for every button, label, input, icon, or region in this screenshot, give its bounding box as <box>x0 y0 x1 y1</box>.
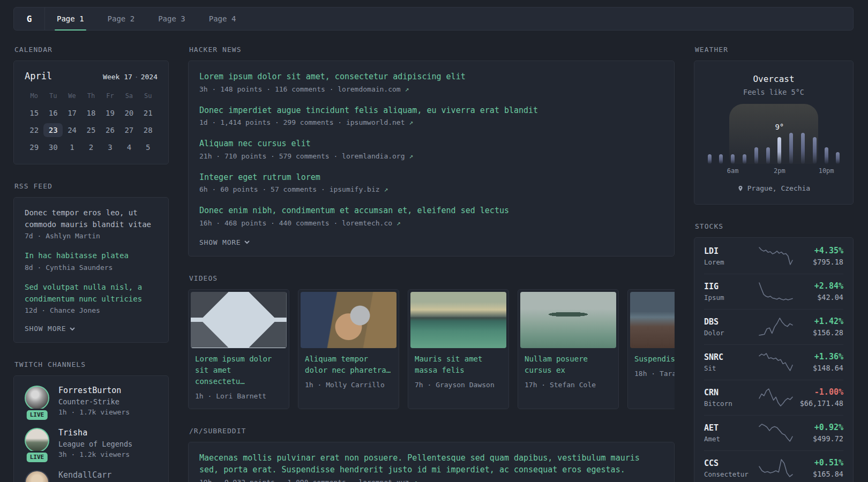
weather-axis-label <box>812 167 817 175</box>
rss-item-meta: 7d · Ashlyn Martin <box>25 232 158 240</box>
app-logo[interactable]: G <box>14 7 45 30</box>
hn-item-domain[interactable]: ipsumworld.net <box>346 118 405 126</box>
weather-bar <box>812 137 817 164</box>
stock-name: Amet <box>704 435 753 443</box>
rss-item-title[interactable]: Donec tempor eros leo, ut commodo mauris… <box>25 207 158 230</box>
weather-card: Overcast Feels like 5°C 9° 6am2pm10pm Pr… <box>694 61 854 205</box>
calendar-day: 19 <box>101 106 119 120</box>
stock-change: +1.36% <box>798 352 843 362</box>
stock-ticker: SNRC <box>704 352 753 362</box>
stock-ticker: LDI <box>704 246 753 256</box>
calendar-day: 18 <box>81 106 100 120</box>
twitch-card: LIVE ForrestBurton Counter-Strike 1h · 1… <box>13 375 169 482</box>
avatar <box>25 386 49 410</box>
twitch-channel-name[interactable]: ForrestBurton <box>58 386 130 395</box>
twitch-channel-viewers: 3h · 1.2k viewers <box>58 450 132 458</box>
weather-bar <box>801 133 805 164</box>
right-column: WEATHER Overcast Feels like 5°C 9° 6am2p… <box>694 46 854 482</box>
hn-item-title[interactable]: Aliquam nec cursus elit <box>199 138 663 150</box>
hn-show-more-button[interactable]: SHOW MORE <box>199 238 663 246</box>
hn-item: Integer eget rutrum lorem 6h · 60 points… <box>199 171 663 194</box>
reddit-post-title[interactable]: Maecenas mollis pulvinar erat non posuer… <box>199 452 663 476</box>
weather-bar: 9° <box>777 137 782 164</box>
video-thumbnail[interactable] <box>520 292 616 348</box>
twitch-channel-name[interactable]: Trisha <box>58 428 132 438</box>
calendar-day: 20 <box>119 106 138 120</box>
calendar-day: 25 <box>81 123 100 137</box>
rss-item: Sed volutpat nulla nisl, a condimentum n… <box>25 282 158 314</box>
rss-item-title[interactable]: In hac habitasse platea <box>25 250 158 262</box>
external-link-icon: ↗ <box>396 219 401 227</box>
video-card[interactable]: Suspendisse diam 18h · Tara <box>627 289 675 409</box>
video-title[interactable]: Nullam posuere cursus ex <box>525 353 612 376</box>
calendar-month: April <box>25 71 52 81</box>
weather-axis-label <box>742 167 746 175</box>
videos-section: VIDEOS Lorem ipsum dolor sit amet consec… <box>188 274 675 409</box>
twitch-channel-category: Counter-Strike <box>58 397 130 406</box>
stock-change: +0.51% <box>798 458 843 468</box>
video-thumbnail[interactable] <box>301 292 396 348</box>
calendar-day: 29 <box>25 140 43 154</box>
stock-name: Consectetur <box>704 470 753 478</box>
hn-item-title[interactable]: Lorem ipsum dolor sit amet, consectetur … <box>199 71 663 83</box>
hn-item-domain[interactable]: ipsumify.biz <box>330 185 380 193</box>
tab-page-4[interactable]: Page 4 <box>197 7 248 30</box>
twitch-section: TWITCH CHANNELS LIVE ForrestBurton Count… <box>13 360 169 482</box>
video-card[interactable]: Aliquam tempor dolor nec pharetra… 1h · … <box>298 289 399 409</box>
stock-price: $66,171.48 <box>798 399 843 408</box>
twitch-channel-row[interactable]: KendallCarr <box>25 470 158 482</box>
calendar-weekday-row: Mo Tu We Th Fr Sa Su <box>25 92 158 100</box>
stocks-section: STOCKS LDI Lorem +4.35% $795.18 IIG <box>694 222 854 482</box>
weather-condition: Overcast <box>705 74 842 84</box>
stock-change: +2.84% <box>798 281 843 291</box>
calendar-day: 5 <box>139 140 158 154</box>
hn-item: Donec enim nibh, condimentum et accumsan… <box>199 205 663 227</box>
video-card[interactable]: Mauris sit amet massa felis 7h · Grayson… <box>408 289 509 409</box>
stock-sparkline <box>758 423 794 442</box>
video-title[interactable]: Lorem ipsum dolor sit amet consectetu… <box>195 353 282 387</box>
reddit-post-meta: 19h · 9,932 points · 1,090 comments · lo… <box>199 478 663 482</box>
calendar-day: 22 <box>25 123 43 137</box>
video-thumbnail[interactable] <box>410 292 506 348</box>
tab-page-3[interactable]: Page 3 <box>146 7 197 30</box>
stocks-card: LDI Lorem +4.35% $795.18 IIG Ipsum <box>694 237 854 482</box>
hn-item-domain[interactable]: loremlandia.org <box>342 152 405 160</box>
video-thumbnail[interactable] <box>630 292 675 348</box>
video-card[interactable]: Lorem ipsum dolor sit amet consectetu… 1… <box>188 289 289 409</box>
stock-sparkline <box>758 317 794 336</box>
reddit-post-domain[interactable]: loremnet.xyz <box>358 478 409 482</box>
rss-show-more-button[interactable]: SHOW MORE <box>25 325 158 333</box>
rss-item-title[interactable]: Sed volutpat nulla nisl, a condimentum n… <box>25 282 158 305</box>
hn-item-title[interactable]: Donec imperdiet augue tincidunt felis al… <box>199 104 663 117</box>
stock-row: CCS Consectetur +0.51% $165.84 <box>704 450 843 482</box>
tab-page-1[interactable]: Page 1 <box>45 7 96 30</box>
weather-chart: 9° <box>707 112 840 164</box>
video-title[interactable]: Mauris sit amet massa felis <box>415 353 502 376</box>
rss-item-meta: 12d · Chance Jones <box>25 306 158 314</box>
hn-item-domain[interactable]: loremtech.co <box>342 219 392 227</box>
hacker-news-heading: HACKER NEWS <box>189 46 675 54</box>
tab-page-2[interactable]: Page 2 <box>96 7 147 30</box>
hn-item-domain[interactable]: loremdomain.com <box>338 85 400 93</box>
video-thumbnail[interactable] <box>191 292 287 348</box>
dashboard-grid: CALENDAR April Week 17·2024 Mo Tu We Th … <box>13 46 854 482</box>
video-title[interactable]: Suspendisse diam <box>634 353 675 365</box>
twitch-heading: TWITCH CHANNELS <box>14 360 169 368</box>
twitch-channel-row[interactable]: LIVE ForrestBurton Counter-Strike 1h · 1… <box>25 386 158 416</box>
hn-item-title[interactable]: Integer eget rutrum lorem <box>199 171 663 184</box>
stock-ticker: CRN <box>704 388 753 397</box>
stock-price: $156.28 <box>798 328 843 337</box>
weather-bar <box>707 154 712 164</box>
stock-ticker: CCS <box>704 458 753 468</box>
video-title[interactable]: Aliquam tempor dolor nec pharetra… <box>305 353 392 376</box>
hn-item-meta: 1d · 1,414 points · 299 comments · ipsum… <box>199 118 663 126</box>
external-link-icon: ↗ <box>384 185 388 193</box>
video-card[interactable]: Nullam posuere cursus ex 17h · Stefan Co… <box>518 289 619 409</box>
twitch-channel-row[interactable]: LIVE Trisha League of Legends 3h · 1.2k … <box>25 428 158 458</box>
twitch-channel-name[interactable]: KendallCarr <box>58 470 111 480</box>
weather-bar <box>766 147 770 164</box>
hn-item-title[interactable]: Donec enim nibh, condimentum et accumsan… <box>199 205 663 217</box>
stock-price: $499.72 <box>798 434 843 443</box>
live-badge: LIVE <box>27 453 48 462</box>
weather-location: Prague, Czechia <box>747 184 810 192</box>
